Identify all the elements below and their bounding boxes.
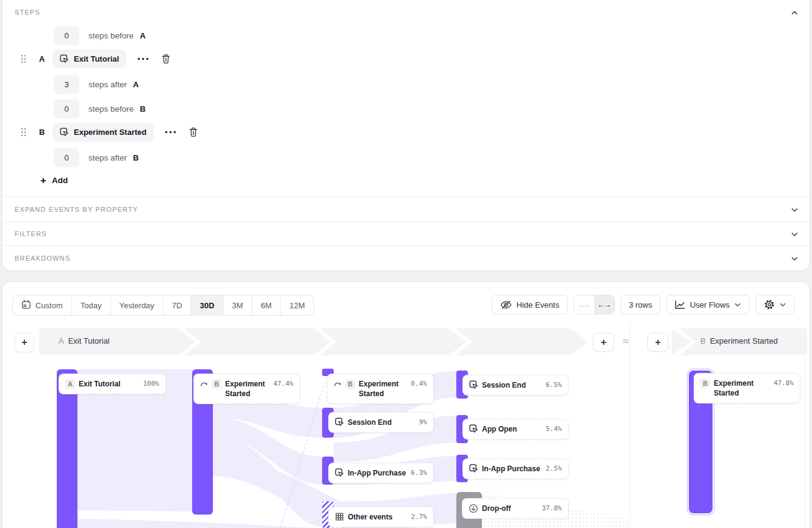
node-label: Experiment Started (714, 378, 770, 398)
steps-before-b-label: steps before (88, 104, 134, 114)
chevron-down-icon (791, 255, 798, 262)
hide-events-button[interactable]: Hide Events (492, 295, 568, 314)
node-card-other-events[interactable]: Other events 2.7% (328, 507, 434, 527)
line-chart-icon (675, 300, 685, 309)
step-b-more-icon[interactable] (162, 128, 179, 136)
node-card-in-app-purchase-25[interactable]: In-App Purchase 2.5% (462, 458, 569, 479)
chart-toolbar-right: Hide Events →← ←→ 3 rows User Flows (492, 295, 795, 314)
flow-step-b-header[interactable]: B Experiment Started (700, 336, 778, 345)
steps-before-a-label: steps before (88, 31, 134, 40)
node-card-experiment-started-47[interactable]: B Experiment Started 47.4% (193, 374, 300, 404)
steps-before-b-input[interactable] (54, 99, 79, 118)
plus-icon: + (601, 337, 606, 348)
collapse-columns-button[interactable]: →← (574, 295, 594, 314)
node-percent: 2.7% (411, 512, 428, 522)
steps-before-b-ref: B (140, 104, 145, 114)
node-card-session-end-9[interactable]: Session End 9% (328, 412, 434, 433)
node-label: In-App Purchase (348, 468, 408, 478)
drag-handle-icon[interactable] (21, 54, 26, 63)
flow-step-a-header[interactable]: A Exit Tutorial (59, 336, 110, 345)
steps-before-a-input[interactable] (54, 26, 79, 45)
step-b-event-chip[interactable]: Experiment Started (52, 123, 154, 142)
drop-off-icon (469, 504, 478, 513)
steps-before-a-row: steps before A (2, 26, 810, 45)
step-badge: A (65, 379, 75, 389)
step-a-more-icon[interactable] (135, 55, 151, 63)
calendar-icon (21, 300, 31, 311)
date-range-6m[interactable]: 6M (251, 295, 280, 315)
node-card-app-open[interactable]: App Open 5.4% (462, 419, 569, 439)
date-range-3m[interactable]: 3M (223, 295, 251, 315)
step-b-event-name: Experiment Started (74, 128, 146, 137)
node-card-in-app-purchase-63[interactable]: In-App Purchase 6.3% (328, 463, 434, 483)
date-range-today-label: Today (81, 301, 102, 310)
view-type-label: User Flows (690, 300, 730, 309)
chevron-down-icon (780, 302, 786, 308)
date-range-12m[interactable]: 12M (280, 295, 313, 315)
step-badge: B (345, 379, 355, 389)
node-label: Experiment Started (359, 379, 408, 399)
section-filters-label: FILTERS (15, 230, 47, 237)
drag-handle-icon[interactable] (21, 128, 26, 137)
expand-columns-button[interactable]: ←→ (594, 295, 614, 314)
node-card-drop-off[interactable]: Drop-off 37.8% (462, 498, 569, 519)
date-range-6m-label: 6M (260, 301, 271, 310)
step-a-event-chip[interactable]: Exit Tutorial (52, 49, 126, 68)
step-badge: B (212, 379, 221, 389)
add-step-label: Add (52, 176, 68, 185)
node-label: In-App Purchase (482, 464, 542, 474)
node-percent: 6.3% (411, 468, 428, 478)
plus-icon: + (655, 337, 661, 348)
node-percent: 2.5% (546, 464, 562, 474)
date-range-3m-label: 3M (232, 301, 243, 310)
rows-button[interactable]: 3 rows (620, 295, 661, 314)
steps-after-a-label: steps after (88, 80, 127, 89)
steps-before-a-ref: A (140, 31, 145, 40)
section-expand-events[interactable]: EXPAND EVENTS BY PROPERTY (2, 197, 810, 222)
node-label: Experiment Started (225, 379, 270, 399)
trash-icon[interactable] (187, 126, 199, 139)
step-b-row: B Experiment Started (2, 123, 810, 142)
step-badge: B (700, 378, 710, 388)
node-percent: 100% (143, 379, 160, 389)
hide-events-label: Hide Events (517, 300, 559, 309)
node-percent: 9% (419, 418, 427, 427)
date-range-12m-label: 12M (289, 301, 304, 310)
node-percent: 47.4% (273, 379, 293, 389)
steps-after-a-row: steps after A (2, 75, 810, 94)
view-type-dropdown[interactable]: User Flows (666, 295, 750, 314)
event-icon (469, 424, 478, 433)
event-icon (469, 464, 478, 473)
add-step-button[interactable]: + Add (40, 175, 68, 186)
section-filters[interactable]: FILTERS (2, 222, 810, 245)
node-card-exit-tutorial[interactable]: A Exit Tutorial 100% (59, 374, 166, 394)
steps-after-a-input[interactable] (54, 75, 79, 94)
chevron-down-icon (735, 302, 741, 308)
date-range-today[interactable]: Today (71, 295, 110, 315)
date-range-custom-label: Custom (35, 301, 63, 310)
trash-icon[interactable] (160, 52, 172, 65)
step-a-letter: A (39, 54, 46, 63)
chevron-down-icon (791, 206, 798, 213)
date-range-7d[interactable]: 7D (163, 295, 191, 315)
date-range-30d[interactable]: 30D (190, 295, 223, 315)
node-percent: 6.5% (546, 380, 562, 390)
add-column-after-a-button[interactable]: + (593, 333, 614, 352)
date-range-yesterday[interactable]: Yesterday (110, 295, 163, 315)
add-column-before-b-button[interactable]: + (647, 333, 669, 352)
flow-header-band-left (39, 328, 588, 355)
event-icon (60, 128, 69, 137)
node-percent: 5.4% (546, 424, 562, 434)
flow-step-a-name: Exit Tutorial (68, 336, 110, 345)
steps-after-b-input[interactable] (54, 148, 79, 167)
add-column-left-button[interactable]: + (15, 333, 34, 352)
section-breakdowns[interactable]: BREAKDOWNS (2, 245, 810, 270)
settings-dropdown[interactable] (755, 295, 795, 314)
chevron-up-icon[interactable] (791, 10, 798, 16)
date-range-custom[interactable]: Custom (13, 295, 71, 315)
node-card-experiment-started-478[interactable]: B Experiment Started 47.8% (694, 373, 800, 403)
rows-label: 3 rows (629, 300, 652, 309)
app-canvas: STEPS steps before A A Exit Tutorial (0, 0, 812, 528)
node-card-session-end-65[interactable]: Session End 6.5% (462, 375, 569, 396)
node-card-experiment-started-04[interactable]: B Experiment Started 0.4% (327, 374, 434, 404)
